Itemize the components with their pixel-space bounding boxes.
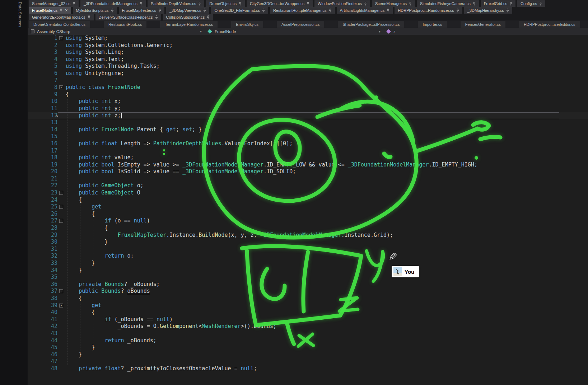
tab-HDRPPostproc...Randomizer.cs[interactable]: HDRPPostproc...Randomizer.cs	[395, 7, 462, 14]
chevron-down-icon[interactable]: ▾	[379, 29, 381, 33]
pin-icon[interactable]	[155, 15, 158, 19]
tab-MyEditorScripts.cs[interactable]: MyEditorScripts.cs	[73, 7, 117, 14]
pin-icon[interactable]	[111, 9, 114, 13]
code-line-21[interactable]: 21	[28, 175, 588, 183]
pin-icon[interactable]	[539, 2, 542, 6]
tab-ArtificialLightsManager.cs[interactable]: ArtificialLightsManager.cs	[337, 7, 393, 14]
pin-icon[interactable]	[409, 2, 412, 6]
tab-OneSec3D_FileFormat.cs[interactable]: OneSec3D_FileFormat.cs	[211, 7, 268, 14]
pin-icon[interactable]	[307, 2, 309, 6]
code-line-9[interactable]: 9{	[28, 91, 588, 98]
tab-FencesGenerator.cs[interactable]: FencesGenerator.cs	[461, 21, 505, 28]
tab-RestaurantHook.cs[interactable]: RestaurantHook.cs	[104, 21, 147, 28]
code-line-38[interactable]: 38 {	[28, 295, 588, 302]
pin-icon[interactable]	[364, 2, 367, 6]
tab-RestaurantHo...pleManager.cs[interactable]: RestaurantHo...pleManager.cs	[270, 7, 335, 14]
data-sources-tool-tab[interactable]: Data Sources	[18, 2, 22, 27]
tab-DroneOrientationController.cs[interactable]: DroneOrientationController.cs	[29, 21, 90, 28]
code-line-23[interactable]: 23- public GameObject O	[28, 189, 588, 197]
code-line-47[interactable]: 47	[28, 358, 588, 365]
code-line-7[interactable]: 7	[28, 77, 588, 84]
pin-icon[interactable]	[198, 2, 201, 6]
chevron-down-icon[interactable]: ▾	[200, 29, 202, 33]
tab-DroneObject.cs[interactable]: DroneObject.cs	[206, 0, 245, 7]
tab-CityGen3DGen...torWrapper.cs[interactable]: CityGen3DGen...torWrapper.cs	[247, 0, 313, 7]
pin-icon[interactable]	[262, 9, 265, 13]
code-line-30[interactable]: 30 }	[28, 239, 588, 246]
tab-_3DMapHierarchy.cs[interactable]: _3DMapHierarchy.cs	[464, 7, 512, 14]
fold-toggle[interactable]: -	[59, 304, 63, 307]
code-line-37[interactable]: 37- public Bounds? oBounds	[28, 288, 588, 295]
tab-CollisionSubscriber.cs[interactable]: CollisionSubscriber.cs	[163, 14, 213, 20]
code-line-43[interactable]: 43	[28, 330, 588, 337]
fold-toggle[interactable]: -	[59, 289, 63, 293]
code-line-40[interactable]: 40 {	[28, 309, 588, 316]
pin-icon[interactable]	[473, 2, 476, 6]
tab-_3DFoundatio...delManager.cs[interactable]: _3DFoundatio...delManager.cs	[80, 0, 146, 7]
tab-PathfinderDepthValues.cs[interactable]: PathfinderDepthValues.cs	[148, 0, 204, 7]
code-line-36[interactable]: 36 private Bounds? _oBounds;	[28, 281, 588, 288]
code-line-10[interactable]: 10 public int x;	[28, 98, 588, 105]
code-line-41[interactable]: 41 if (_oBounds == null)	[28, 316, 588, 323]
tab-FruxelNode.cs[interactable]: FruxelNode.cs×	[29, 7, 71, 14]
code-line-48[interactable]: 48 private float? _proximityToClosestObs…	[28, 365, 588, 372]
code-line-44[interactable]: 44 return _oBounds;	[28, 337, 588, 344]
code-line-6[interactable]: 6using UnityEngine;	[28, 70, 588, 77]
code-line-5[interactable]: 5using System.Threading.Tasks;	[28, 63, 588, 70]
code-line-24[interactable]: 24 {	[28, 197, 588, 204]
code-line-12[interactable]: 12✎ public int z;	[28, 112, 588, 119]
tab-Importer.cs[interactable]: Importer.cs	[418, 21, 447, 28]
tab-WindowPositionFinder.cs[interactable]: WindowPositionFinder.cs	[314, 0, 370, 7]
tab-HDRPPostproc...izerEditor.cs[interactable]: HDRPPostproc...izerEditor.cs	[519, 21, 580, 28]
code-line-22[interactable]: 22 public GameObject o;	[28, 182, 588, 189]
code-line-32[interactable]: 32 return o;	[28, 253, 588, 260]
tab-Config.cs[interactable]: Config.cs	[517, 0, 545, 7]
tab-SceneManager.cs[interactable]: SceneManager.cs	[372, 0, 415, 7]
code-editor[interactable]: 1-using System;2using System.Collections…	[28, 35, 588, 385]
close-icon[interactable]: ×	[65, 9, 68, 12]
code-line-28[interactable]: 28 {	[28, 225, 588, 232]
code-line-13[interactable]: 13	[28, 119, 588, 126]
code-line-2[interactable]: 2using System.Collections.Generic;	[28, 42, 588, 49]
pin-icon[interactable]	[456, 9, 459, 13]
fold-toggle[interactable]: -	[59, 191, 63, 195]
pin-icon[interactable]	[73, 2, 75, 6]
tab-ShaderPackage...stProcessor.cs[interactable]: ShaderPackage...stProcessor.cs	[338, 21, 404, 28]
fold-toggle[interactable]: -	[59, 36, 63, 40]
tab-SimulatedFisheyeCamera.cs[interactable]: SimulatedFisheyeCamera.cs	[417, 0, 479, 7]
code-line-8[interactable]: 8-public class FruxelNode	[28, 84, 588, 91]
tab-Generator2ExportMapTools.cs[interactable]: Generator2ExportMapTools.cs	[29, 14, 94, 20]
code-line-45[interactable]: 45 }	[28, 344, 588, 351]
code-line-39[interactable]: 39- get	[28, 302, 588, 309]
code-line-20[interactable]: 20 public bool IsSolid => value == _3DFo…	[28, 168, 588, 175]
code-line-15[interactable]: 15	[28, 133, 588, 140]
tab-AssetPreprocessor.cs[interactable]: AssetPreprocessor.cs	[277, 21, 324, 28]
pin-icon[interactable]	[387, 9, 389, 13]
breadcrumb-member[interactable]: z	[383, 28, 588, 35]
code-line-31[interactable]: 31	[28, 246, 588, 253]
pin-icon[interactable]	[509, 2, 512, 6]
fold-toggle[interactable]: -	[59, 205, 63, 209]
pin-icon[interactable]	[88, 15, 90, 19]
code-line-16[interactable]: 16 public float Length => PathfinderDept…	[28, 140, 588, 147]
tab-DeliverySurfaceClassHelper.cs[interactable]: DeliverySurfaceClassHelper.cs	[95, 14, 161, 20]
code-line-34[interactable]: 34 }	[28, 267, 588, 274]
code-line-33[interactable]: 33 }	[28, 260, 588, 267]
tab-SceneManager_02.cs[interactable]: SceneManager_02.cs	[29, 0, 79, 7]
code-line-19[interactable]: 19 public bool IsEmpty => value >= _3DFo…	[28, 161, 588, 169]
code-line-17[interactable]: 17	[28, 147, 588, 155]
pin-icon[interactable]	[207, 15, 210, 19]
code-line-27[interactable]: 27- if (o == null)	[28, 217, 588, 225]
tab-_3DMapViewer.cs[interactable]: _3DMapViewer.cs	[166, 7, 209, 14]
code-line-25[interactable]: 25- get	[28, 203, 588, 211]
pin-icon[interactable]	[158, 9, 161, 13]
pin-icon[interactable]	[506, 9, 509, 13]
code-line-4[interactable]: 4using System.Text;	[28, 56, 588, 63]
code-line-35[interactable]: 35	[28, 274, 588, 281]
breadcrumb-project[interactable]: Assembly-CSharp ▾	[28, 28, 205, 35]
code-line-42[interactable]: 42 _oBounds = O.GetComponent<MeshRendere…	[28, 323, 588, 330]
code-line-46[interactable]: 46 }	[28, 351, 588, 358]
fold-toggle[interactable]: -	[59, 219, 63, 223]
tab-FruxelGrid.cs[interactable]: FruxelGrid.cs	[481, 0, 515, 7]
code-line-29[interactable]: 29 FruxelMapTester.Instance.BuildNode(x,…	[28, 232, 588, 239]
